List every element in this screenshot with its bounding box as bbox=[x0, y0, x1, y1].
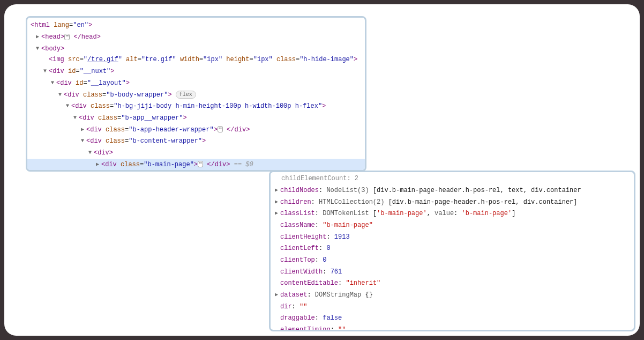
prop-key: classList bbox=[280, 210, 315, 217]
expand-arrow-icon[interactable]: ▶ bbox=[81, 125, 86, 134]
collapse-arrow-icon[interactable]: ▼ bbox=[58, 90, 64, 99]
prop-row-contentEditable[interactable]: contentEditable: "inherit" bbox=[271, 277, 634, 289]
dom-node-head[interactable]: ▶<head>⋯ </head> bbox=[27, 31, 365, 43]
prop-key: className bbox=[280, 221, 315, 229]
prop-key: contentEditable bbox=[280, 279, 338, 287]
dom-node-img[interactable]: <img src="/tre.gif" alt="tre.gif" width=… bbox=[27, 54, 365, 65]
prop-value: [div.b-main-page-header.h-pos-rel, text,… bbox=[369, 187, 581, 194]
dom-node-app-wrapper[interactable]: ▼<div class="b-app__wrapper"> bbox=[27, 112, 365, 124]
prop-type: DOMStringMap bbox=[315, 291, 361, 299]
prop-type: DOMTokenList bbox=[323, 210, 369, 217]
collapse-arrow-icon[interactable]: ▼ bbox=[36, 44, 41, 53]
elements-tree-panel[interactable]: <html lang="en"> ▶<head>⋯ </head> ▼<body… bbox=[26, 16, 366, 172]
prop-value: {} bbox=[361, 291, 373, 299]
prop-key: dataset bbox=[280, 291, 307, 299]
ellipsis-icon[interactable]: ⋯ bbox=[198, 161, 203, 167]
prop-value: "inherit" bbox=[346, 279, 380, 287]
flex-badge[interactable]: flex bbox=[176, 91, 196, 99]
prop-value: [div.b-main-page-header.h-pos-rel, div.c… bbox=[384, 198, 577, 205]
selected-ref-label: == $0 bbox=[230, 160, 253, 168]
collapse-arrow-icon[interactable]: ▼ bbox=[81, 136, 86, 145]
collapse-arrow-icon[interactable]: ▼ bbox=[43, 66, 49, 76]
prop-value: 0 bbox=[323, 256, 326, 264]
dom-node-nuxt[interactable]: ▼<div id="__nuxt"> bbox=[27, 65, 365, 77]
ellipsis-icon[interactable]: ⋯ bbox=[64, 34, 70, 40]
prop-row-dataset[interactable]: ▶dataset: DOMStringMap {} bbox=[271, 289, 634, 301]
prop-row-cut: childElementCount: 2 bbox=[271, 173, 634, 184]
prop-key: draggable bbox=[280, 314, 315, 322]
dom-node-body[interactable]: ▼<body> bbox=[27, 43, 365, 55]
dom-node-bg-jiji[interactable]: ▼<div class="h-bg-jiji-body h-min-height… bbox=[27, 100, 365, 112]
prop-row-clientHeight[interactable]: clientHeight: 1913 bbox=[271, 231, 634, 243]
prop-value: "b-main-page" bbox=[323, 221, 373, 229]
prop-key: children bbox=[280, 198, 311, 205]
prop-type: NodeList(3) bbox=[326, 187, 369, 194]
prop-row-children[interactable]: ▶children: HTMLCollection(2) [div.b-main… bbox=[271, 196, 634, 208]
devtools-canvas: <html lang="en"> ▶<head>⋯ </head> ▼<body… bbox=[4, 4, 640, 336]
dom-node-main-page-selected[interactable]: ▶<div class="b-main-page">⋯ </div> == $0 bbox=[27, 159, 365, 171]
prop-key: childNodes bbox=[280, 187, 319, 194]
properties-panel[interactable]: childElementCount: 2 ▶childNodes: NodeLi… bbox=[269, 171, 635, 331]
prop-value: "" bbox=[299, 302, 307, 310]
prop-value: 761 bbox=[331, 268, 342, 275]
prop-key: clientHeight bbox=[280, 233, 326, 240]
dom-node-body-wrapper[interactable]: ▼<div class="b-body-wrapper"> flex bbox=[27, 89, 365, 101]
prop-row-className[interactable]: className: "b-main-page" bbox=[271, 219, 634, 231]
prop-key: elementTiming bbox=[280, 326, 331, 331]
prop-value: 0 bbox=[326, 245, 330, 252]
dom-node-inner-div[interactable]: ▼<div> bbox=[27, 147, 365, 159]
collapse-arrow-icon[interactable]: ▼ bbox=[51, 78, 56, 87]
prop-row-dir[interactable]: dir: "" bbox=[271, 301, 634, 313]
prop-value: 1913 bbox=[334, 233, 350, 240]
expand-arrow-icon[interactable]: ▶ bbox=[275, 186, 280, 195]
expand-arrow-icon[interactable]: ▶ bbox=[275, 290, 280, 299]
dom-node-layout[interactable]: ▼<div id="__layout"> bbox=[27, 77, 365, 89]
expand-arrow-icon[interactable]: ▶ bbox=[96, 160, 101, 169]
expand-arrow-icon[interactable]: ▶ bbox=[275, 209, 280, 218]
expand-arrow-icon[interactable]: ▶ bbox=[275, 197, 280, 206]
prop-row-clientLeft[interactable]: clientLeft: 0 bbox=[271, 242, 634, 254]
ellipsis-icon[interactable]: ⋯ bbox=[218, 126, 223, 132]
dom-node-html[interactable]: <html lang="en"> bbox=[27, 20, 365, 31]
expand-arrow-icon[interactable]: ▶ bbox=[36, 32, 41, 41]
dom-node-app-header[interactable]: ▶<div class="b-app-header-wrapper">⋯ </d… bbox=[27, 124, 365, 136]
prop-row-clientWidth[interactable]: clientWidth: 761 bbox=[271, 266, 634, 278]
prop-row-classList[interactable]: ▶classList: DOMTokenList ['b-main-page',… bbox=[271, 208, 634, 219]
prop-value: false bbox=[323, 314, 342, 322]
prop-key: clientLeft bbox=[280, 245, 319, 252]
prop-type: HTMLCollection(2) bbox=[319, 198, 384, 205]
prop-key: clientWidth bbox=[280, 268, 323, 275]
collapse-arrow-icon[interactable]: ▼ bbox=[66, 101, 71, 110]
dom-node-content-wrapper[interactable]: ▼<div class="b-content-wrapper"> bbox=[27, 135, 365, 147]
prop-key: dir bbox=[280, 302, 292, 310]
collapse-arrow-icon[interactable]: ▼ bbox=[88, 148, 94, 157]
prop-row-clientTop[interactable]: clientTop: 0 bbox=[271, 254, 634, 266]
prop-key: clientTop bbox=[280, 256, 315, 264]
prop-row-elementTiming[interactable]: elementTiming: "" bbox=[271, 324, 634, 331]
prop-row-childNodes[interactable]: ▶childNodes: NodeList(3) [div.b-main-pag… bbox=[271, 184, 634, 196]
prop-value: "" bbox=[338, 326, 346, 331]
collapse-arrow-icon[interactable]: ▼ bbox=[73, 113, 79, 122]
prop-row-draggable[interactable]: draggable: false bbox=[271, 312, 634, 324]
